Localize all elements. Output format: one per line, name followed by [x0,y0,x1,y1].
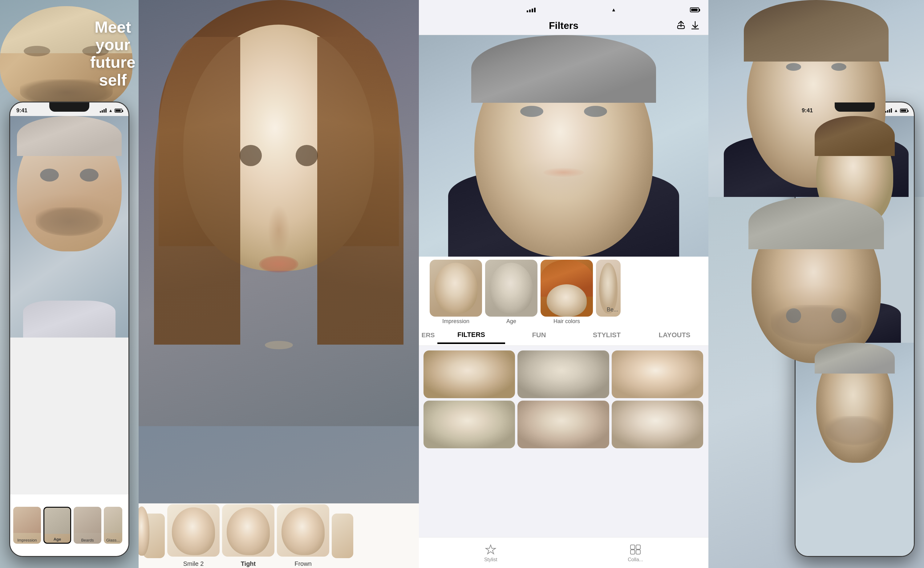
filter-impression-face [13,507,41,533]
tab-stylist[interactable]: STYLIST [573,326,641,344]
filter-glasses-label: Glass... [104,538,122,542]
panel-right: ▲ Filters [419,0,708,568]
filter-tight-label: Tight [241,560,256,567]
header-actions [677,21,699,31]
filter-age-thumb[interactable] [485,260,538,317]
filter-beards-label: Beards [74,538,101,542]
old-hair-p4 [748,197,884,249]
phone-content-left: Impression Age Beards Glass... [10,103,129,556]
sig-2 [529,9,531,12]
sig-1 [527,11,528,12]
filter-grid-item-1[interactable] [424,350,515,398]
tab-fun[interactable]: FUN [505,326,573,344]
woman-portrait-bg [139,0,419,426]
filter-impression-label: Impression [13,538,41,542]
sig-r4 [891,108,892,113]
filter-hair-sublabel: Hair colors [553,318,580,325]
filter-impression-thumb[interactable] [430,260,482,317]
filter-grid-item-5[interactable] [517,400,609,448]
filter-item-impression: Impression [430,260,482,325]
filter-grid-item-2[interactable] [517,350,609,398]
filter-tight-thumb[interactable] [222,504,274,557]
filter-grid [419,346,708,453]
tab-active-indicator [437,343,505,343]
filter-age[interactable]: Age [44,507,71,544]
filter-partial-left[interactable] [143,514,165,558]
share-icon [677,21,685,29]
filter-beards-partial-label: Be... [607,307,618,313]
man-face-area [419,35,708,257]
tab-filters-label: FILTERS [457,331,485,338]
nav-collage[interactable]: Colla... [628,543,643,562]
filter-hair-thumb[interactable] [541,260,593,317]
filter-grid-item-4[interactable] [424,400,515,448]
battery-fill-right [691,9,698,11]
filter-smile2-wrap: Smile 2 [167,504,220,567]
filter-item-age: Age [485,260,538,325]
filter-beards[interactable]: Beards [74,507,101,544]
wifi-icon-left: ▲ [108,108,113,113]
filter-frown-wrap: Frown [277,504,329,567]
phone-frame-left: 9:41 ▲ [9,101,129,557]
sig-4 [534,8,536,12]
filter-strip-center: Smile 2 Tight Frown [139,503,419,568]
svg-rect-2 [630,545,635,549]
phone-old-man [795,343,914,556]
battery-icon-left [115,109,122,113]
filter-smile2-label: Smile 2 [183,560,204,567]
tagline-line1: Meet [90,18,136,36]
star-icon [485,543,497,556]
svg-rect-4 [630,550,635,554]
old-eye-right-p4 [831,308,847,323]
battery-fill-left [115,110,121,112]
bottom-nav: Stylist Colla... [419,537,708,568]
filter-impression[interactable]: Impression [13,507,41,544]
filter-impression-sublabel: Impression [442,318,470,325]
filter-row-right: Impression Age Hair colors [419,257,708,324]
filter-age-sublabel: Age [506,318,516,325]
star-svg [485,544,496,555]
battery-right [690,8,699,12]
download-button[interactable] [691,21,699,30]
nav-stylist[interactable]: Stylist [484,543,497,562]
filter-grid-item-3[interactable] [612,350,703,398]
signal-bar-4 [105,108,106,113]
signal-bar-3 [103,109,105,113]
filter-glasses[interactable]: Glass... [104,507,122,544]
filter-frown-label: Frown [294,560,312,567]
status-time-left: 9:41 [16,107,27,114]
beard-p4 [771,305,862,344]
old-eye-left-p4 [786,308,801,323]
nav-stylist-label: Stylist [484,557,497,562]
status-icons-left: ▲ [100,108,122,113]
filter-row-left: Impression Age Beards Glass... [10,494,129,556]
signal-bars-left [100,108,106,113]
tab-layouts-label: LAYOUTS [659,331,690,339]
filter-age-label: Age [44,537,70,542]
wifi-icon-right2: ▲ [894,108,898,113]
sig-r1 [885,111,886,113]
filter-glasses-face [104,507,122,533]
filter-beards-face [74,507,101,533]
share-button[interactable] [677,21,685,31]
battery-fill-right2 [901,110,906,112]
tab-bar: ERS FILTERS FUN STYLIST LAYOUTS [419,324,708,346]
filter-item-beards-partial: Be... [596,260,621,317]
tagline: Meet your future self [90,18,136,89]
tab-filters[interactable]: FILTERS [437,326,505,344]
tab-layouts[interactable]: LAYOUTS [641,326,708,344]
filter-beards-partial-thumb[interactable]: Be... [596,260,621,317]
filter-smile2-thumb[interactable] [167,504,220,557]
tagline-line2: your [90,36,136,54]
signal-bar-1 [100,111,101,113]
old-man-face-area [10,116,129,338]
filter-grid-item-6[interactable] [612,400,703,448]
filter-frown-thumb[interactable] [277,504,329,557]
tagline-line4: self [90,71,136,89]
panel-far-right: 9:41 ▲ [708,0,924,568]
grid-icon [629,543,642,556]
status-bar-right: ▲ [419,0,708,17]
tab-stylist-label: STYLIST [593,331,621,339]
wifi-icon-right: ▲ [611,7,616,13]
young-hair [744,0,889,62]
